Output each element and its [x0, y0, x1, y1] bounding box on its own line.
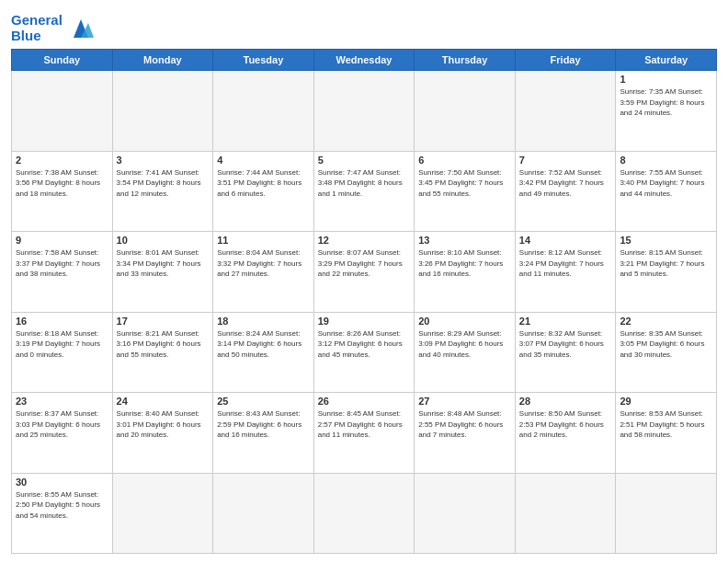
calendar-cell: 26Sunrise: 8:45 AM Sunset: 2:57 PM Dayli…: [313, 393, 415, 474]
logo-icon: [66, 16, 96, 41]
calendar-cell: [415, 473, 516, 554]
day-info: Sunrise: 8:10 AM Sunset: 3:26 PM Dayligh…: [418, 247, 511, 280]
calendar-cell: 1Sunrise: 7:35 AM Sunset: 3:59 PM Daylig…: [616, 71, 717, 152]
day-info: Sunrise: 8:45 AM Sunset: 2:57 PM Dayligh…: [318, 408, 411, 441]
day-number: 26: [318, 396, 411, 407]
calendar-cell: 18Sunrise: 8:24 AM Sunset: 3:14 PM Dayli…: [213, 312, 314, 393]
day-number: 18: [217, 316, 310, 327]
day-number: 17: [117, 316, 210, 327]
day-info: Sunrise: 7:47 AM Sunset: 3:48 PM Dayligh…: [318, 167, 411, 200]
calendar-cell: [515, 473, 616, 554]
day-number: 1: [620, 74, 712, 85]
calendar-cell: 6Sunrise: 7:50 AM Sunset: 3:45 PM Daylig…: [415, 151, 516, 232]
calendar-cell: [213, 473, 314, 554]
day-info: Sunrise: 8:29 AM Sunset: 3:09 PM Dayligh…: [418, 328, 511, 361]
day-info: Sunrise: 7:35 AM Sunset: 3:59 PM Dayligh…: [620, 86, 712, 119]
calendar-cell: 28Sunrise: 8:50 AM Sunset: 2:53 PM Dayli…: [515, 393, 616, 474]
calendar-cell: 11Sunrise: 8:04 AM Sunset: 3:32 PM Dayli…: [213, 232, 314, 313]
day-number: 11: [217, 235, 310, 246]
day-header-wednesday: Wednesday: [313, 50, 415, 71]
day-header-friday: Friday: [515, 50, 616, 71]
day-info: Sunrise: 7:50 AM Sunset: 3:45 PM Dayligh…: [418, 167, 511, 200]
calendar-cell: 12Sunrise: 8:07 AM Sunset: 3:29 PM Dayli…: [313, 232, 415, 313]
day-header-sunday: Sunday: [12, 50, 113, 71]
day-info: Sunrise: 8:32 AM Sunset: 3:07 PM Dayligh…: [519, 328, 612, 361]
day-number: 23: [16, 396, 108, 407]
day-info: Sunrise: 8:43 AM Sunset: 2:59 PM Dayligh…: [217, 408, 310, 441]
calendar-week-2: 2Sunrise: 7:38 AM Sunset: 3:56 PM Daylig…: [12, 151, 717, 232]
page-header: General Blue: [11, 9, 717, 43]
day-number: 12: [318, 235, 411, 246]
calendar-cell: 19Sunrise: 8:26 AM Sunset: 3:12 PM Dayli…: [313, 312, 415, 393]
day-info: Sunrise: 8:26 AM Sunset: 3:12 PM Dayligh…: [318, 328, 411, 361]
calendar-cell: 16Sunrise: 8:18 AM Sunset: 3:19 PM Dayli…: [12, 312, 113, 393]
day-number: 24: [117, 396, 210, 407]
logo-blue: Blue: [11, 28, 41, 43]
day-number: 20: [418, 316, 511, 327]
calendar-cell: 25Sunrise: 8:43 AM Sunset: 2:59 PM Dayli…: [213, 393, 314, 474]
calendar-cell: 15Sunrise: 8:15 AM Sunset: 3:21 PM Dayli…: [616, 232, 717, 313]
day-info: Sunrise: 8:55 AM Sunset: 2:50 PM Dayligh…: [16, 489, 108, 522]
calendar-cell: [112, 71, 213, 152]
calendar-cell: 22Sunrise: 8:35 AM Sunset: 3:05 PM Dayli…: [616, 312, 717, 393]
day-number: 22: [620, 316, 712, 327]
calendar-cell: [12, 71, 113, 152]
calendar-cell: 27Sunrise: 8:48 AM Sunset: 2:55 PM Dayli…: [415, 393, 516, 474]
calendar-cell: 21Sunrise: 8:32 AM Sunset: 3:07 PM Dayli…: [515, 312, 616, 393]
calendar-week-6: 30Sunrise: 8:55 AM Sunset: 2:50 PM Dayli…: [12, 473, 717, 554]
days-header-row: SundayMondayTuesdayWednesdayThursdayFrid…: [12, 50, 717, 71]
day-info: Sunrise: 8:40 AM Sunset: 3:01 PM Dayligh…: [117, 408, 210, 441]
day-info: Sunrise: 8:53 AM Sunset: 2:51 PM Dayligh…: [620, 408, 712, 441]
day-number: 4: [217, 155, 310, 166]
day-number: 9: [16, 235, 108, 246]
day-info: Sunrise: 7:44 AM Sunset: 3:51 PM Dayligh…: [217, 167, 310, 200]
calendar-cell: [313, 473, 415, 554]
day-number: 21: [519, 316, 612, 327]
calendar-cell: [112, 473, 213, 554]
calendar-cell: 7Sunrise: 7:52 AM Sunset: 3:42 PM Daylig…: [515, 151, 616, 232]
day-number: 8: [620, 155, 712, 166]
day-number: 25: [217, 396, 310, 407]
calendar-cell: [515, 71, 616, 152]
day-info: Sunrise: 7:38 AM Sunset: 3:56 PM Dayligh…: [16, 167, 108, 200]
day-header-monday: Monday: [112, 50, 213, 71]
day-number: 10: [117, 235, 210, 246]
day-info: Sunrise: 8:48 AM Sunset: 2:55 PM Dayligh…: [418, 408, 511, 441]
day-header-saturday: Saturday: [616, 50, 717, 71]
day-number: 3: [117, 155, 210, 166]
day-header-tuesday: Tuesday: [213, 50, 314, 71]
day-info: Sunrise: 8:50 AM Sunset: 2:53 PM Dayligh…: [519, 408, 612, 441]
day-number: 5: [318, 155, 411, 166]
calendar-week-5: 23Sunrise: 8:37 AM Sunset: 3:03 PM Dayli…: [12, 393, 717, 474]
day-info: Sunrise: 8:12 AM Sunset: 3:24 PM Dayligh…: [519, 247, 612, 280]
day-info: Sunrise: 8:35 AM Sunset: 3:05 PM Dayligh…: [620, 328, 712, 361]
calendar-cell: 9Sunrise: 7:58 AM Sunset: 3:37 PM Daylig…: [12, 232, 113, 313]
calendar-cell: [616, 473, 717, 554]
day-number: 28: [519, 396, 612, 407]
day-info: Sunrise: 8:15 AM Sunset: 3:21 PM Dayligh…: [620, 247, 712, 280]
day-number: 19: [318, 316, 411, 327]
day-info: Sunrise: 8:21 AM Sunset: 3:16 PM Dayligh…: [117, 328, 210, 361]
day-info: Sunrise: 8:24 AM Sunset: 3:14 PM Dayligh…: [217, 328, 310, 361]
calendar-cell: 23Sunrise: 8:37 AM Sunset: 3:03 PM Dayli…: [12, 393, 113, 474]
calendar-cell: 20Sunrise: 8:29 AM Sunset: 3:09 PM Dayli…: [415, 312, 516, 393]
logo: General Blue: [11, 13, 96, 43]
day-info: Sunrise: 7:52 AM Sunset: 3:42 PM Dayligh…: [519, 167, 612, 200]
day-info: Sunrise: 8:01 AM Sunset: 3:34 PM Dayligh…: [117, 247, 210, 280]
day-number: 2: [16, 155, 108, 166]
day-number: 6: [418, 155, 511, 166]
day-info: Sunrise: 7:58 AM Sunset: 3:37 PM Dayligh…: [16, 247, 108, 280]
calendar-cell: 24Sunrise: 8:40 AM Sunset: 3:01 PM Dayli…: [112, 393, 213, 474]
calendar-cell: 29Sunrise: 8:53 AM Sunset: 2:51 PM Dayli…: [616, 393, 717, 474]
calendar-week-1: 1Sunrise: 7:35 AM Sunset: 3:59 PM Daylig…: [12, 71, 717, 152]
day-number: 13: [418, 235, 511, 246]
calendar-cell: 2Sunrise: 7:38 AM Sunset: 3:56 PM Daylig…: [12, 151, 113, 232]
calendar-cell: [415, 71, 516, 152]
calendar-cell: 4Sunrise: 7:44 AM Sunset: 3:51 PM Daylig…: [213, 151, 314, 232]
calendar-cell: [313, 71, 415, 152]
calendar-cell: 10Sunrise: 8:01 AM Sunset: 3:34 PM Dayli…: [112, 232, 213, 313]
day-header-thursday: Thursday: [415, 50, 516, 71]
calendar-cell: 5Sunrise: 7:47 AM Sunset: 3:48 PM Daylig…: [313, 151, 415, 232]
day-number: 15: [620, 235, 712, 246]
day-number: 30: [16, 477, 108, 488]
